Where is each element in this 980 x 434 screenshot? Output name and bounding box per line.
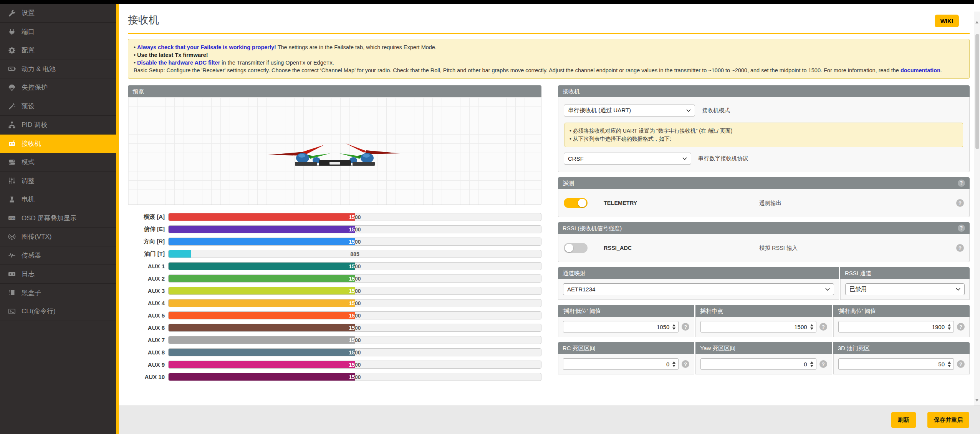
channel-map-select[interactable]: AETR1234 <box>563 283 834 295</box>
rc-deadband-input[interactable]: 0 <box>563 358 679 370</box>
help-icon[interactable]: ? <box>682 323 689 331</box>
serial-protocol-select[interactable]: CRSF <box>564 153 691 165</box>
quadcopter-model <box>262 134 408 176</box>
sidebar-menu: 设置端口配置动力 & 电池失控保护预设PID 调校接收机模式调整电机OSDOSD… <box>0 4 116 434</box>
sidebar-item-blackbox[interactable]: 黑盒子 <box>0 284 116 303</box>
spinner-down-icon[interactable] <box>948 328 951 330</box>
channel-value-overlay: 1500 <box>169 213 355 221</box>
sidebar-item-presets[interactable]: 预设 <box>0 97 116 116</box>
channel-row: AUX 315001500 <box>128 287 541 295</box>
receiver-mode-select[interactable]: 串行接收机 (通过 UART) <box>564 105 695 116</box>
spinner-up-icon[interactable] <box>672 361 675 364</box>
help-icon[interactable]: ? <box>958 224 965 232</box>
stick-high-threshold-input[interactable]: 1900 <box>838 321 954 333</box>
channel-label: AUX 1 <box>128 263 168 269</box>
help-icon[interactable]: ? <box>819 323 827 331</box>
rssi-channel-select[interactable]: 已禁用 <box>845 283 965 295</box>
documentation-link[interactable]: documentation <box>901 67 940 73</box>
sidebar-item-video-transmitter[interactable]: 图传(VTX) <box>0 228 116 246</box>
vertical-scrollbar[interactable] <box>974 12 980 406</box>
help-icon[interactable]: ? <box>956 244 964 252</box>
channel-label: 横滚 [A] <box>128 213 168 221</box>
channel-bar: 15001500 <box>168 336 541 344</box>
help-icon[interactable]: ? <box>819 360 827 368</box>
rssi-adc-toggle[interactable] <box>564 243 588 253</box>
channel-bar-fill: 1500 <box>169 213 355 221</box>
channel-value-overlay: 1500 <box>169 373 355 381</box>
chevron-down-icon <box>825 288 830 291</box>
sidebar-item-ports[interactable]: 端口 <box>0 23 116 42</box>
yaw-deadband-header: Yaw 死区区间 <box>695 342 832 354</box>
spinner-down-icon[interactable] <box>948 365 951 367</box>
channel-bar: 15001500 <box>168 311 541 319</box>
sidebar-item-label: 预设 <box>22 102 35 111</box>
sidebar-item-logging[interactable]: 日志 <box>0 265 116 284</box>
scrollbar-thumb[interactable] <box>975 34 979 149</box>
sidebar-item-osd[interactable]: OSDOSD 屏幕叠加显示 <box>0 209 116 228</box>
wiki-button[interactable]: WIKI <box>935 15 959 27</box>
channel-bar: 15001500 <box>168 262 541 270</box>
channel-row: AUX 815001500 <box>128 348 541 356</box>
sidebar-item-label: 接收机 <box>22 139 41 148</box>
spinner-up-icon[interactable] <box>672 324 675 326</box>
sidebar-item-failsafe[interactable]: 失控保护 <box>0 78 116 97</box>
preview-panel-title: 预览 <box>132 85 144 97</box>
sidebar-item-pid-tuning[interactable]: PID 调校 <box>0 116 116 135</box>
help-icon[interactable]: ? <box>682 360 689 368</box>
rc-deadband-header: RC 死区区间 <box>558 342 694 354</box>
channel-row: AUX 215001500 <box>128 274 541 283</box>
help-icon[interactable]: ? <box>957 360 965 368</box>
telemetry-toggle[interactable] <box>564 198 588 208</box>
sidebar-item-cli[interactable]: CLI(命令行) <box>0 302 116 321</box>
stick-center-input[interactable]: 1500 <box>700 321 816 333</box>
sidebar-item-label: 动力 & 电池 <box>22 65 56 73</box>
adc-filter-doc-link[interactable]: Disable the hardware ADC filter <box>137 60 220 66</box>
channel-bar-fill: 885 <box>169 250 191 258</box>
sidebar-item-sensors[interactable]: 传感器 <box>0 246 116 265</box>
sidebar-item-adjustments[interactable]: 调整 <box>0 172 116 191</box>
sidebar-item-label: 日志 <box>22 269 35 278</box>
telemetry-panel-title: 遥测 <box>563 177 574 189</box>
channel-label: AUX 2 <box>128 275 168 282</box>
spinner-up-icon[interactable] <box>810 361 813 364</box>
channel-value-overlay: 1500 <box>169 287 355 294</box>
throttle-3d-deadband-input[interactable]: 50 <box>838 358 954 370</box>
help-icon[interactable]: ? <box>958 180 965 187</box>
help-icon[interactable]: ? <box>957 323 965 331</box>
sidebar-item-label: 失控保护 <box>22 83 48 92</box>
channel-row: AUX 1015001500 <box>128 373 541 381</box>
channel-bar: 15001500 <box>168 274 541 283</box>
spinner-up-icon[interactable] <box>948 361 951 364</box>
save-reboot-button[interactable]: 保存并重启 <box>927 412 969 428</box>
receiver-panel-header: 接收机 <box>558 85 970 97</box>
sidebar-item-power-battery[interactable]: 动力 & 电池 <box>0 60 116 79</box>
spinner-up-icon[interactable] <box>948 324 951 326</box>
spinner-down-icon[interactable] <box>810 365 813 367</box>
sidebar-item-receiver[interactable]: 接收机 <box>0 135 116 153</box>
channel-row: AUX 415001500 <box>128 299 541 307</box>
spinner-down-icon[interactable] <box>810 328 813 330</box>
model-preview-canvas[interactable] <box>128 97 541 205</box>
sidebar-item-setup[interactable]: 设置 <box>0 4 116 23</box>
stick-center-header: 摇杆中点 <box>695 305 832 317</box>
yaw-deadband-input[interactable]: 0 <box>700 358 816 370</box>
failsafe-doc-link[interactable]: Always check that your Failsafe is worki… <box>137 44 276 50</box>
sidebar-item-modes[interactable]: 模式 <box>0 153 116 172</box>
channel-value-overlay: 1500 <box>169 324 355 331</box>
scroll-up-icon[interactable] <box>975 21 978 23</box>
refresh-button[interactable]: 刷新 <box>891 412 916 428</box>
spinner-up-icon[interactable] <box>810 324 813 326</box>
channel-bar: 15001500 <box>168 299 541 307</box>
stick-low-threshold-input[interactable]: 1050 <box>563 321 679 333</box>
help-icon[interactable]: ? <box>956 199 964 207</box>
deadband-group: RC 死区区间 0 ? Yaw 死区区间 0 <box>558 342 970 374</box>
spinner-down-icon[interactable] <box>672 328 675 330</box>
rssi-feature-desc: 模拟 RSSI 输入 <box>759 244 956 252</box>
sidebar-item-motors[interactable]: 电机 <box>0 190 116 209</box>
channel-bar-fill: 1500 <box>169 238 355 245</box>
toggle-knob <box>565 244 573 252</box>
window-top-bar <box>0 0 974 4</box>
scroll-down-icon[interactable] <box>975 399 978 402</box>
spinner-down-icon[interactable] <box>672 365 675 367</box>
sidebar-item-configuration[interactable]: 配置 <box>0 41 116 60</box>
